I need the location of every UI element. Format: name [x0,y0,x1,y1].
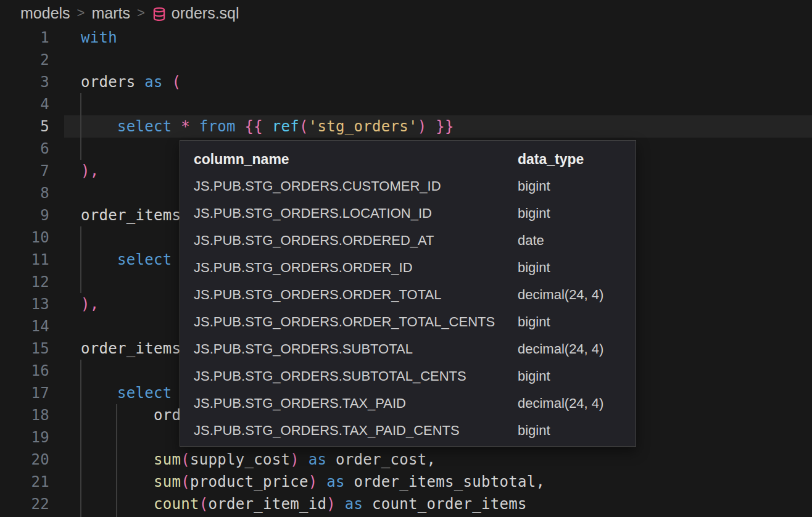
breadcrumb: models > marts > orders.sql [0,0,812,27]
line-number[interactable]: 14 [0,315,64,337]
line-number[interactable]: 2 [0,49,64,71]
popup-row: JS.PUB.STG_ORDERS.ORDERED_ATdate [194,227,622,254]
line-number[interactable]: 1 [0,27,64,49]
popup-row: JS.PUB.STG_ORDERS.SUBTOTALdecimal(24, 4) [194,336,622,363]
line-number[interactable]: 10 [0,226,64,249]
token-keyword: select [117,118,172,135]
data-type-cell: bigint [518,178,622,194]
line-number[interactable]: 5 [0,115,64,138]
breadcrumb-file-label: orders.sql [172,4,239,22]
token-ref: ref [272,118,299,135]
code-line[interactable]: 5 select * from {{ ref('stg_orders') }} [0,115,812,138]
chevron-right-icon: > [137,5,145,21]
code-text[interactable]: with [64,27,812,49]
token-bracket: ), [81,296,99,313]
popup-row: JS.PUB.STG_ORDERS.CUSTOMER_IDbigint [194,173,622,200]
token-func: sum [154,473,181,490]
column-name-cell: JS.PUB.STG_ORDERS.ORDER_ID [194,260,518,276]
code-line[interactable]: 22 count(order_item_id) as count_order_i… [0,493,812,515]
breadcrumb-item-file[interactable]: orders.sql [152,4,239,22]
line-number[interactable]: 19 [0,426,64,449]
popup-header-column-name: column_name [194,151,518,168]
column-name-cell: JS.PUB.STG_ORDERS.CUSTOMER_ID [194,178,518,194]
code-text[interactable] [64,49,812,71]
token-keyword: as [309,451,327,468]
token-text [190,118,199,135]
token-keyword: as [326,473,345,490]
breadcrumb-item-marts[interactable]: marts [91,4,130,22]
token-text [163,73,172,91]
token-bracket: * [181,118,190,135]
breadcrumb-item-models[interactable]: models [20,4,70,22]
data-type-cell: bigint [518,368,622,384]
token-text: orders [81,73,144,91]
data-type-cell: bigint [518,423,622,439]
line-number[interactable]: 18 [0,404,64,426]
line-number[interactable]: 17 [0,382,64,404]
column-name-cell: JS.PUB.STG_ORDERS.SUBTOTAL [194,341,518,357]
line-number[interactable]: 3 [0,71,64,93]
line-number[interactable]: 7 [0,160,64,182]
code-text[interactable]: select * from {{ ref('stg_orders') }} [64,115,812,138]
line-number[interactable]: 6 [0,138,64,160]
token-bracket: ) [326,495,336,513]
line-number[interactable]: 12 [0,271,64,293]
line-number[interactable]: 13 [0,293,64,315]
code-text[interactable]: sum(supply_cost) as order_cost, [64,449,812,471]
token-text: product_price [190,473,309,490]
code-text[interactable] [64,93,812,115]
token-text [81,451,154,468]
code-line[interactable]: 20 sum(supply_cost) as order_cost, [0,449,812,471]
indent-guide [80,93,81,160]
line-number[interactable]: 8 [0,182,64,204]
data-type-cell: decimal(24, 4) [518,287,622,303]
token-keyword: select [117,251,172,268]
line-number[interactable]: 4 [0,93,64,115]
line-number[interactable]: 20 [0,449,64,471]
token-bracket: ) [418,118,427,135]
line-number[interactable]: 11 [0,249,64,271]
token-text: order_items [81,207,181,224]
popup-row: JS.PUB.STG_ORDERS.SUBTOTAL_CENTSbigint [194,363,622,390]
line-number[interactable]: 16 [0,360,64,382]
data-type-cell: bigint [518,260,622,276]
token-bracket: {{ [245,118,263,135]
popup-row: JS.PUB.STG_ORDERS.ORDER_IDbigint [194,254,622,281]
token-text: ord [81,407,181,424]
column-name-cell: JS.PUB.STG_ORDERS.SUBTOTAL_CENTS [194,368,518,384]
line-number[interactable]: 15 [0,337,64,360]
token-bracket: ( [181,473,190,490]
token-text [81,118,117,135]
line-number[interactable]: 21 [0,471,64,493]
code-text[interactable]: sum(product_price) as order_items_subtot… [64,471,812,493]
token-text [427,118,436,135]
token-keyword: as [144,73,163,91]
token-keyword: with [81,29,117,46]
code-line[interactable]: 21 sum(product_price) as order_items_sub… [0,471,812,493]
data-type-cell: decimal(24, 4) [518,395,622,412]
token-text [81,473,154,490]
token-func: count [154,495,199,513]
token-keyword: select [117,384,172,402]
token-text: order_item_id [209,495,327,513]
code-line[interactable]: 2 [0,49,812,71]
token-bracket: ( [172,73,181,91]
code-line[interactable]: 1with [0,27,812,49]
token-text [236,118,245,135]
token-text [81,384,117,402]
code-text[interactable]: count(order_item_id) as count_order_item… [64,493,812,515]
column-info-popup: column_name data_type JS.PUB.STG_ORDERS.… [180,140,636,447]
token-keyword: from [199,118,236,135]
token-bracket: ( [299,118,309,135]
line-number[interactable]: 9 [0,204,64,226]
data-type-cell: decimal(24, 4) [518,341,622,357]
code-line[interactable]: 4 [0,93,812,115]
token-text: order_items [81,340,181,357]
token-text [299,451,309,468]
token-text: count_order_items [363,495,527,513]
token-bracket: ), [81,162,99,180]
code-text[interactable]: orders as ( [64,71,812,93]
line-number[interactable]: 22 [0,493,64,515]
chevron-right-icon: > [77,5,85,21]
code-line[interactable]: 3orders as ( [0,71,812,93]
